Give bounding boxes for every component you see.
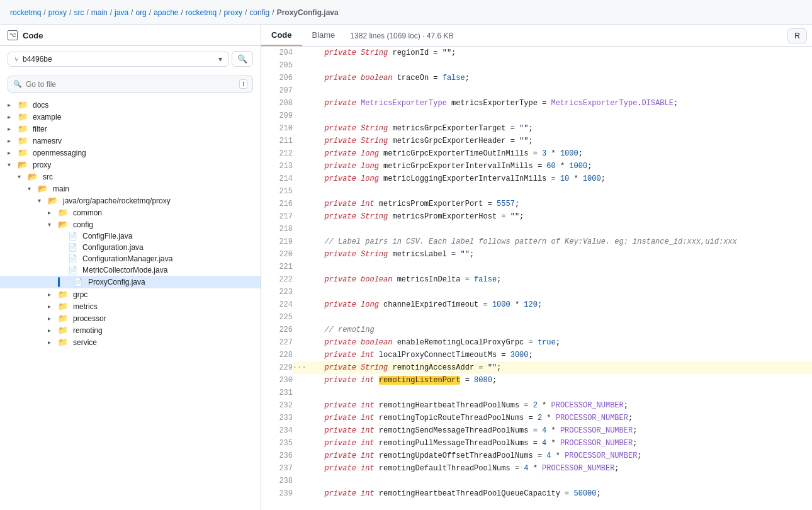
tree-label: example [33, 113, 61, 122]
code-cell [307, 475, 812, 487]
line-number: 227 [261, 336, 293, 349]
expand-col [293, 349, 307, 361]
tree-item-metrics[interactable]: ▸📁metrics [0, 300, 261, 312]
expand-col [293, 110, 307, 122]
line-number: 220 [261, 248, 293, 261]
tree-item-example[interactable]: ▸📁example [0, 111, 261, 123]
code-cell: private String regionId = ""; [307, 47, 812, 59]
expand-col [293, 235, 307, 248]
line-number: 234 [261, 424, 293, 437]
tree-item-ProxyConfig[interactable]: 📄ProxyConfig.java [0, 276, 261, 288]
tree-item-src[interactable]: ▾📂src [0, 171, 261, 183]
tree-label: MetricCollectorMode.java [82, 266, 167, 275]
code-cell: private long metricLoggingExporterInterv… [307, 173, 812, 185]
tree-item-java_path[interactable]: ▾📂java/org/apache/rocketmq/proxy [0, 195, 261, 207]
sidebar-header: ⌥ Code [0, 25, 261, 46]
expand-col [293, 311, 307, 324]
table-row: 234 private int remotingSendMessageThrea… [261, 424, 812, 437]
code-cell: private int remotingDefaultThreadPoolNum… [307, 462, 812, 475]
table-row: 232 private int remotingHeartbeatThreadP… [261, 399, 812, 412]
chevron-icon: ▸ [8, 125, 15, 132]
code-cell: private String remotingAccessAddr = ""; [307, 361, 812, 374]
breadcrumb-main[interactable]: main [91, 8, 108, 17]
expand-col [293, 135, 307, 147]
tree-item-docs[interactable]: ▸📁docs [0, 99, 261, 111]
expand-col [293, 424, 307, 437]
line-number: 238 [261, 475, 293, 487]
tab-blame[interactable]: Blame [302, 25, 346, 46]
line-number: 232 [261, 399, 293, 412]
breadcrumb-org[interactable]: org [135, 8, 146, 17]
expand-col [293, 47, 307, 59]
tree-item-MetricCollectorMode[interactable]: 📄MetricCollectorMode.java [0, 264, 261, 276]
tree-label: remoting [73, 326, 103, 335]
line-number: 208 [261, 97, 293, 110]
code-cell: private String metricsLabel = ""; [307, 248, 812, 261]
tree-item-namesrv[interactable]: ▸📁namesrv [0, 135, 261, 147]
breadcrumb-config[interactable]: config [249, 8, 269, 17]
breadcrumb-apache[interactable]: apache [154, 8, 178, 17]
folder-icon: 📁 [58, 326, 68, 335]
breadcrumb-rocketmq[interactable]: rocketmq [10, 8, 41, 17]
table-row: 226 // remoting [261, 324, 812, 336]
expand-col [293, 487, 307, 500]
breadcrumb-java[interactable]: java [115, 8, 128, 17]
table-row: 228 private int localProxyConnectTimeout… [261, 349, 812, 361]
chevron-icon: ▸ [8, 101, 15, 108]
tree-item-main[interactable]: ▾📂main [0, 183, 261, 195]
raw-button[interactable]: R [787, 28, 807, 43]
tree-item-ConfigFile[interactable]: 📄ConfigFile.java [0, 230, 261, 242]
tree-item-grpc[interactable]: ▸📁grpc [0, 288, 261, 300]
tree-item-Configuration[interactable]: 📄Configuration.java [0, 242, 261, 253]
breadcrumb-proxy[interactable]: proxy [48, 8, 67, 17]
tab-code[interactable]: Code [261, 25, 302, 46]
breadcrumb-proxy2[interactable]: proxy [224, 8, 242, 17]
expand-col [293, 72, 307, 84]
folder-icon: 📂 [18, 160, 28, 169]
tree-item-service[interactable]: ▸📁service [0, 336, 261, 348]
tree-item-processor[interactable]: ▸📁processor [0, 312, 261, 324]
folder-icon: 📂 [58, 220, 68, 229]
tree-item-common[interactable]: ▸📁common [0, 207, 261, 218]
tree-item-openmessaging[interactable]: ▸📁openmessaging [0, 147, 261, 159]
chevron-icon: ▾ [48, 221, 55, 228]
line-number: 212 [261, 147, 293, 160]
code-cell: private String metricsPromExporterHost =… [307, 210, 812, 223]
line-number: 216 [261, 198, 293, 210]
code-content[interactable]: 204 private String regionId = "";205 206… [261, 47, 812, 510]
branch-button[interactable]: ⑂ b4496be ▾ [8, 52, 229, 67]
tree-item-ConfigurationManager[interactable]: 📄ConfigurationManager.java [0, 253, 261, 264]
table-row: 233 private int remotingTopicRouteThread… [261, 412, 812, 424]
table-row: 220 private String metricsLabel = ""; [261, 248, 812, 261]
tree-label: metrics [73, 302, 98, 311]
expand-col [293, 173, 307, 185]
breadcrumb-rocketmq2[interactable]: rocketmq [186, 8, 217, 17]
chevron-icon: ▾ [18, 173, 25, 180]
chevron-icon: ▸ [8, 137, 15, 144]
line-number: 210 [261, 122, 293, 135]
breadcrumb-src[interactable]: src [74, 8, 84, 17]
file-icon: 📄 [68, 232, 77, 241]
tree-item-config[interactable]: ▾📂config [0, 218, 261, 230]
chevron-icon: ▾ [8, 161, 15, 168]
folder-icon: 📁 [18, 124, 28, 133]
code-cell: private String metricsGrpcExporterHeader… [307, 135, 812, 147]
expand-col [293, 298, 307, 311]
folder-icon: 📁 [58, 337, 68, 347]
expand-col [293, 248, 307, 261]
tree-item-proxy[interactable]: ▾📂proxy [0, 159, 261, 171]
line-number: 223 [261, 286, 293, 298]
search-button[interactable]: 🔍 [232, 51, 253, 67]
chevron-icon: ▸ [8, 149, 15, 156]
code-cell: private long metricGrpcExporterIntervalI… [307, 160, 812, 173]
code-toolbar: Code Blame 1382 lines (1069 loc) · 47.6 … [261, 25, 812, 47]
table-row: 207 [261, 84, 812, 97]
code-cell [307, 185, 812, 198]
tree-item-filter[interactable]: ▸📁filter [0, 123, 261, 135]
expand-col [293, 59, 307, 72]
tree-item-remoting[interactable]: ▸📁remoting [0, 324, 261, 336]
line-number: 207 [261, 84, 293, 97]
code-icon: ⌥ [8, 30, 18, 40]
folder-icon: 📁 [58, 290, 68, 299]
search-input[interactable] [26, 80, 235, 89]
